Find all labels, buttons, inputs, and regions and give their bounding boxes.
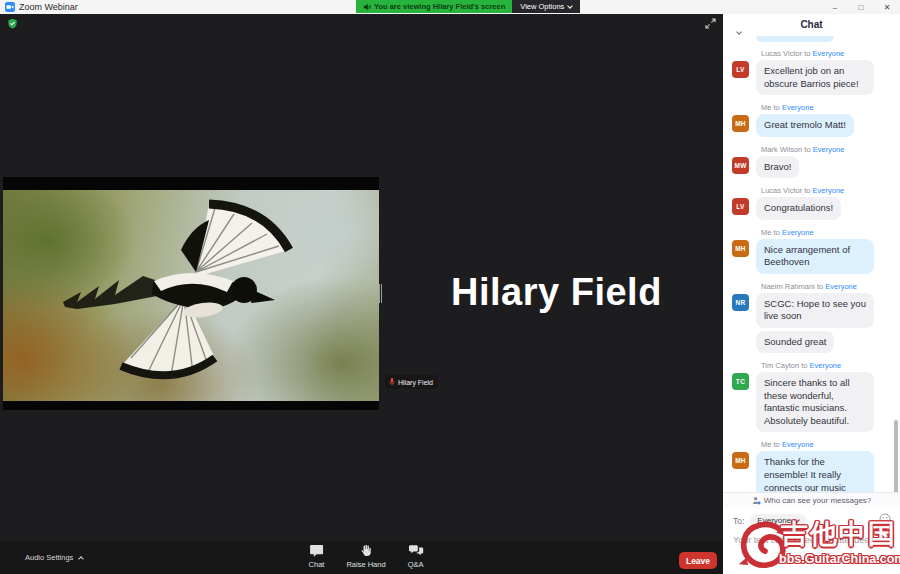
recipient-name: Everyone: [813, 186, 845, 195]
shared-screen-stage: Hilary Field Hilary Field Audio Settings…: [0, 14, 723, 574]
chat-message: LV Lucas Victor to Everyone Excellent jo…: [732, 49, 891, 95]
chat-message: MH Me to Everyone Nice arrangement of Be…: [732, 228, 891, 274]
to-connector: to: [774, 440, 780, 449]
chat-bubbles: Thanks for the ensemble! It really conne…: [756, 451, 891, 492]
minimize-button[interactable]: –: [822, 0, 848, 14]
chat-bubble: Excellent job on an obscure Barrios piec…: [756, 60, 874, 95]
viewing-banner: You are viewing Hilary Field's screen: [356, 0, 512, 13]
chat-bubbles: Congratulations!: [756, 197, 891, 220]
to-connector: to: [774, 103, 780, 112]
speaker-nametag: Hilary Field: [385, 375, 438, 389]
recipient-name: Everyone: [782, 228, 814, 237]
chat-bubble: Great tremolo Matt!: [756, 114, 854, 137]
to-connector: to: [817, 282, 823, 291]
chat-bubbles: Excellent job on an obscure Barrios piec…: [756, 60, 891, 95]
recipient-name: Everyone: [813, 145, 845, 154]
chat-message: MH Me to Everyone Thanks for the ensembl…: [732, 440, 891, 492]
audio-settings-button[interactable]: Audio Settings: [25, 553, 83, 562]
chat-message-body: Lucas Victor to Everyone Congratulations…: [756, 186, 891, 220]
audio-settings-label: Audio Settings: [25, 553, 73, 562]
sender-name: Naeim Rahmani: [761, 282, 815, 291]
sender-name: Me: [761, 228, 771, 237]
avatar: LV: [732, 198, 749, 215]
chat-message-body: Me to Everyone Great tremolo Matt!: [756, 103, 891, 137]
chat-message-body: Me to Everyone Nice arrangement of Beeth…: [756, 228, 891, 274]
recipient-dropdown[interactable]: Everyone: [750, 514, 806, 527]
to-connector: to: [804, 145, 810, 154]
avatar: TC: [732, 373, 749, 390]
privacy-note-link[interactable]: Who can see your messages?: [723, 492, 900, 508]
chat-message-meta: Lucas Victor to Everyone: [761, 186, 891, 195]
chat-bubbles: Great tremolo Matt!: [756, 114, 891, 137]
chevron-down-icon: [568, 3, 574, 9]
chat-message: TC Tim Cayton to Everyone Sincere thanks…: [732, 361, 891, 432]
recipient-name: Everyone: [813, 49, 845, 58]
avatar: MH: [732, 240, 749, 257]
avatar: MW: [732, 157, 749, 174]
chat-message-meta: Tim Cayton to Everyone: [761, 361, 891, 370]
to-label: To:: [733, 516, 744, 526]
to-connector: to: [801, 361, 807, 370]
app-title: Zoom Webinar: [19, 2, 78, 12]
chat-button-label: Chat: [309, 560, 325, 569]
chat-message: MH Me to Everyone Great tremolo Matt!: [732, 103, 891, 137]
recipient-name: Everyone: [825, 282, 857, 291]
chat-bubble: Sounded great: [756, 331, 834, 354]
chat-bubbles: Bravo!: [756, 156, 891, 179]
sender-name: Me: [761, 103, 771, 112]
sender-name: Mark Wilson: [761, 145, 802, 154]
raise-hand-button[interactable]: Raise Hand: [346, 544, 385, 569]
chat-bubbles: SCGC: Hope to see you live soonSounded g…: [756, 293, 891, 354]
chat-scrollbar[interactable]: [894, 420, 898, 496]
maximize-button[interactable]: □: [848, 0, 874, 14]
to-connector: to: [774, 228, 780, 237]
muted-mic-icon: [389, 377, 395, 387]
chat-bubble: Thanks for the ensemble! It really conne…: [756, 451, 874, 492]
chat-message-list: LV Lucas Victor to Everyone Excellent jo…: [723, 36, 900, 492]
chat-message: LV Lucas Victor to Everyone Congratulati…: [732, 186, 891, 220]
chat-panel-title: Chat: [723, 14, 900, 30]
emoji-picker-button[interactable]: [879, 513, 891, 525]
leave-button[interactable]: Leave: [679, 552, 717, 569]
to-connector: to: [804, 49, 810, 58]
sender-name: Lucas Victor: [761, 186, 802, 195]
qa-button[interactable]: Q&A: [408, 544, 424, 569]
video-pane-handle[interactable]: [379, 284, 383, 303]
avatar: LV: [732, 61, 749, 78]
raise-hand-icon: [360, 544, 373, 557]
chat-button[interactable]: Chat: [309, 544, 325, 569]
speaker-icon: [363, 3, 371, 11]
recipient-name: Everyone: [782, 103, 814, 112]
magpie-photo: [3, 177, 379, 410]
chevron-up-icon: [79, 556, 85, 562]
zoom-app-icon: [5, 2, 15, 12]
chat-message-body: Naeim Rahmani to Everyone SCGC: Hope to …: [756, 282, 891, 354]
chat-compose-area: To: Everyone Your text can be seen by at…: [723, 508, 900, 574]
chat-collapse-button[interactable]: [733, 20, 741, 28]
chat-message-meta: Me to Everyone: [761, 103, 891, 112]
meeting-control-bar: Audio Settings Chat Raise Hand Q&A Leave: [0, 541, 723, 574]
fullscreen-icon[interactable]: [705, 18, 716, 29]
chat-message-meta: Lucas Victor to Everyone: [761, 49, 891, 58]
chat-message: NR Naeim Rahmani to Everyone SCGC: Hope …: [732, 282, 891, 354]
avatar: NR: [732, 294, 749, 311]
magpie-bird-illustration: [3, 190, 379, 401]
chat-bubble: Bravo!: [756, 156, 799, 179]
avatar: MH: [732, 452, 749, 469]
screen-share-banner: You are viewing Hilary Field's screen Vi…: [356, 0, 580, 13]
encryption-shield-icon[interactable]: [7, 18, 18, 29]
view-options-button[interactable]: View Options: [512, 0, 580, 13]
chat-header: Chat: [723, 14, 900, 36]
chat-panel: Chat LV Lucas Victor to Everyone Excelle…: [723, 14, 900, 574]
chat-message-meta: Naeim Rahmani to Everyone: [761, 282, 891, 291]
sender-name: Me: [761, 440, 771, 449]
recipient-value: Everyone: [757, 516, 791, 525]
chat-input[interactable]: Your text can be seen by attendees: [733, 534, 885, 546]
chat-message-meta: Me to Everyone: [761, 228, 891, 237]
raise-hand-label: Raise Hand: [346, 560, 385, 569]
sender-name: Lucas Victor: [761, 49, 802, 58]
chat-bubbles: Sincere thanks to all these wonderful, f…: [756, 372, 891, 432]
close-button[interactable]: ✕: [874, 0, 900, 14]
avatar: MH: [732, 115, 749, 132]
chat-message-body: Me to Everyone Thanks for the ensemble! …: [756, 440, 891, 492]
